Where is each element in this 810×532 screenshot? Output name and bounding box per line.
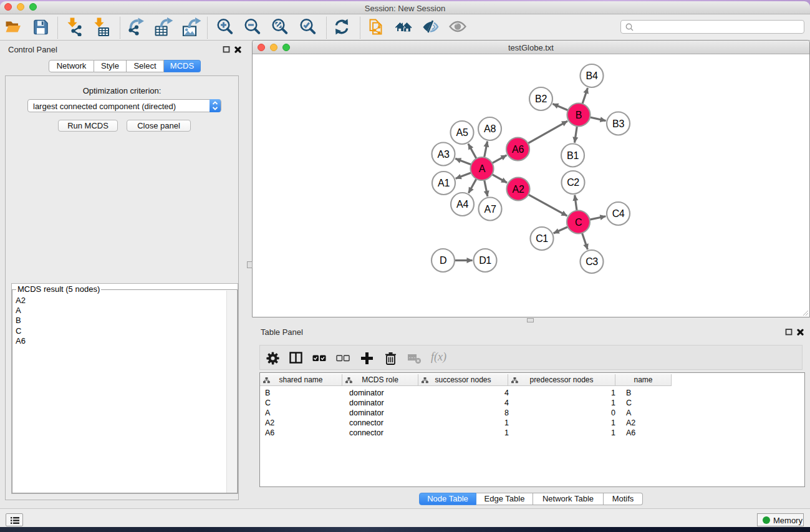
svg-text:A2: A2 xyxy=(513,184,524,195)
svg-text:A7: A7 xyxy=(485,204,496,215)
svg-text:A: A xyxy=(479,163,486,174)
svg-text:A6: A6 xyxy=(512,144,524,155)
svg-text:C: C xyxy=(575,217,582,228)
svg-text:D: D xyxy=(440,255,446,266)
svg-text:B: B xyxy=(576,110,582,120)
svg-text:A5: A5 xyxy=(456,127,468,138)
svg-text:A3: A3 xyxy=(438,149,450,160)
svg-text:D1: D1 xyxy=(479,255,491,266)
svg-text:B2: B2 xyxy=(535,94,547,104)
svg-text:A4: A4 xyxy=(456,199,468,210)
svg-text:B1: B1 xyxy=(567,150,579,161)
svg-text:C4: C4 xyxy=(612,208,625,219)
svg-text:C1: C1 xyxy=(536,233,548,244)
svg-text:A8: A8 xyxy=(484,123,496,134)
svg-text:C2: C2 xyxy=(567,177,579,188)
svg-text:C3: C3 xyxy=(586,256,598,267)
svg-text:A1: A1 xyxy=(438,178,450,188)
svg-text:B4: B4 xyxy=(586,70,598,81)
svg-text:B3: B3 xyxy=(612,118,624,129)
